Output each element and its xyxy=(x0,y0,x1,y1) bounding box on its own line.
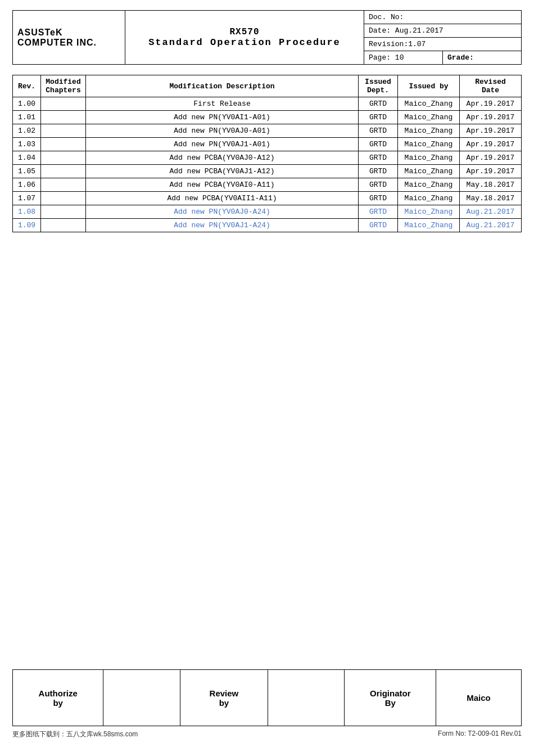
cell-5-5: Apr.19.2017 xyxy=(460,165,522,178)
cell-9-4: Maico_Zhang xyxy=(398,219,460,232)
table-row: 1.07Add new PCBA(YV0AII1-A11)GRTDMaico_Z… xyxy=(13,192,522,205)
cell-0-0: 1.00 xyxy=(13,97,41,111)
col-header-date: Revised Date xyxy=(460,75,522,97)
review-space xyxy=(268,670,345,726)
cell-1-1 xyxy=(41,111,86,124)
cell-8-0: 1.08 xyxy=(13,205,41,219)
review-cell: Review by xyxy=(180,670,268,726)
product-title: RX570 xyxy=(130,27,359,37)
col-header-mod: ModifiedChapters xyxy=(41,75,86,97)
cell-3-3: GRTD xyxy=(359,138,398,151)
cell-7-2: Add new PCBA(YV0AII1-A11) xyxy=(86,192,359,205)
cell-4-1 xyxy=(41,151,86,165)
grade-label: Grade: xyxy=(447,53,474,62)
cell-1-2: Add new PN(YV0AI1-A01) xyxy=(86,111,359,124)
date-row: Date: Aug.21.2017 xyxy=(364,24,521,38)
cell-5-2: Add new PCBA(YV0AJ1-A12) xyxy=(86,165,359,178)
cell-9-2: Add new PN(YV0AJ1-A24) xyxy=(86,219,359,232)
authorize-label: Authorize by xyxy=(39,688,78,708)
date-label: Date: xyxy=(369,26,391,35)
cell-0-2: First Release xyxy=(86,97,359,111)
revision-table-wrapper: Rev. ModifiedChapters Modification Descr… xyxy=(12,75,522,647)
authorize-cell: Authorize by xyxy=(13,670,103,726)
cell-1-3: GRTD xyxy=(359,111,398,124)
cell-5-1 xyxy=(41,165,86,178)
cell-3-1 xyxy=(41,138,86,151)
cell-8-2: Add new PN(YV0AJ0-A24) xyxy=(86,205,359,219)
page-value: 10 xyxy=(395,53,404,62)
cell-9-0: 1.09 xyxy=(13,219,41,232)
originator-cell: Originator By xyxy=(345,670,436,726)
cell-4-5: Apr.19.2017 xyxy=(460,151,522,165)
sign-row: Authorize by Review by Originator By Mai… xyxy=(13,670,522,726)
cell-5-0: 1.05 xyxy=(13,165,41,178)
doc-info-cell: Doc. No: Date: Aug.21.2017 Revision:1.07… xyxy=(364,11,522,65)
col-header-issued: Issued by xyxy=(398,75,460,97)
footer-sign-table: Authorize by Review by Originator By Mai… xyxy=(12,669,522,726)
cell-7-5: May.18.2017 xyxy=(460,192,522,205)
cell-6-0: 1.06 xyxy=(13,178,41,192)
table-header-row: Rev. ModifiedChapters Modification Descr… xyxy=(13,75,522,97)
cell-4-4: Maico_Zhang xyxy=(398,151,460,165)
cell-5-4: Maico_Zhang xyxy=(398,165,460,178)
table-row: 1.05Add new PCBA(YV0AJ1-A12)GRTDMaico_Zh… xyxy=(13,165,522,178)
cell-6-5: May.18.2017 xyxy=(460,178,522,192)
doc-no-label: Doc. No: xyxy=(369,13,404,21)
cell-4-2: Add new PCBA(YV0AJ0-A12) xyxy=(86,151,359,165)
cell-6-3: GRTD xyxy=(359,178,398,192)
cell-4-3: GRTD xyxy=(359,151,398,165)
cell-2-2: Add new PN(YV0AJ0-A01) xyxy=(86,124,359,138)
cell-7-4: Maico_Zhang xyxy=(398,192,460,205)
cell-0-5: Apr.19.2017 xyxy=(460,97,522,111)
page-wrapper: ASUSTeK COMPUTER INC. RX570 Standard Ope… xyxy=(0,0,534,756)
page-grade-row: Page: 10 Grade: xyxy=(364,51,521,64)
subtitle: Standard Operation Procedure xyxy=(130,37,359,48)
page-label: Page: xyxy=(369,53,391,62)
company-cell: ASUSTeK COMPUTER INC. xyxy=(13,11,125,65)
table-row: 1.06Add new PCBA(YV0AI0-A11)GRTDMaico_Zh… xyxy=(13,178,522,192)
authorize-space xyxy=(103,670,180,726)
cell-7-1 xyxy=(41,192,86,205)
cell-2-1 xyxy=(41,124,86,138)
cell-8-5: Aug.21.2017 xyxy=(460,205,522,219)
revision-label: Revision: xyxy=(369,40,408,48)
cell-2-4: Maico_Zhang xyxy=(398,124,460,138)
cell-8-3: GRTD xyxy=(359,205,398,219)
company-name: ASUSTeK COMPUTER INC. xyxy=(17,28,97,47)
cell-7-3: GRTD xyxy=(359,192,398,205)
date-value: Aug.21.2017 xyxy=(395,26,444,35)
title-cell: RX570 Standard Operation Procedure xyxy=(125,11,364,65)
page-cell: Page: 10 xyxy=(364,51,443,64)
maico-label: Maico xyxy=(467,693,491,703)
cell-8-4: Maico_Zhang xyxy=(398,205,460,219)
col-header-dept: IssuedDept. xyxy=(359,75,398,97)
cell-3-4: Maico_Zhang xyxy=(398,138,460,151)
col-header-rev: Rev. xyxy=(13,75,41,97)
cell-6-1 xyxy=(41,178,86,192)
cell-2-3: GRTD xyxy=(359,124,398,138)
cell-3-0: 1.03 xyxy=(13,138,41,151)
table-row: 1.02Add new PN(YV0AJ0-A01)GRTDMaico_Zhan… xyxy=(13,124,522,138)
revision-table: Rev. ModifiedChapters Modification Descr… xyxy=(12,75,522,232)
cell-9-3: GRTD xyxy=(359,219,398,232)
footer-left-text: 更多图纸下载到：五八文库wk.58sms.com xyxy=(12,730,138,739)
table-row: 1.00First ReleaseGRTDMaico_ZhangApr.19.2… xyxy=(13,97,522,111)
cell-4-0: 1.04 xyxy=(13,151,41,165)
cell-0-3: GRTD xyxy=(359,97,398,111)
table-row: 1.01Add new PN(YV0AI1-A01)GRTDMaico_Zhan… xyxy=(13,111,522,124)
cell-9-1 xyxy=(41,219,86,232)
review-label: Review by xyxy=(210,688,239,708)
table-row: 1.09Add new PN(YV0AJ1-A24)GRTDMaico_Zhan… xyxy=(13,219,522,232)
footer-right-text: Form No: T2-009-01 Rev.01 xyxy=(438,730,522,739)
cell-0-4: Maico_Zhang xyxy=(398,97,460,111)
cell-3-5: Apr.19.2017 xyxy=(460,138,522,151)
originator-space: Maico xyxy=(436,670,522,726)
cell-2-0: 1.02 xyxy=(13,124,41,138)
cell-2-5: Apr.19.2017 xyxy=(460,124,522,138)
cell-0-1 xyxy=(41,97,86,111)
cell-7-0: 1.07 xyxy=(13,192,41,205)
doc-no-row: Doc. No: xyxy=(364,11,521,24)
cell-3-2: Add new PN(YV0AJ1-A01) xyxy=(86,138,359,151)
cell-1-5: Apr.19.2017 xyxy=(460,111,522,124)
revision-value: 1.07 xyxy=(408,40,426,48)
